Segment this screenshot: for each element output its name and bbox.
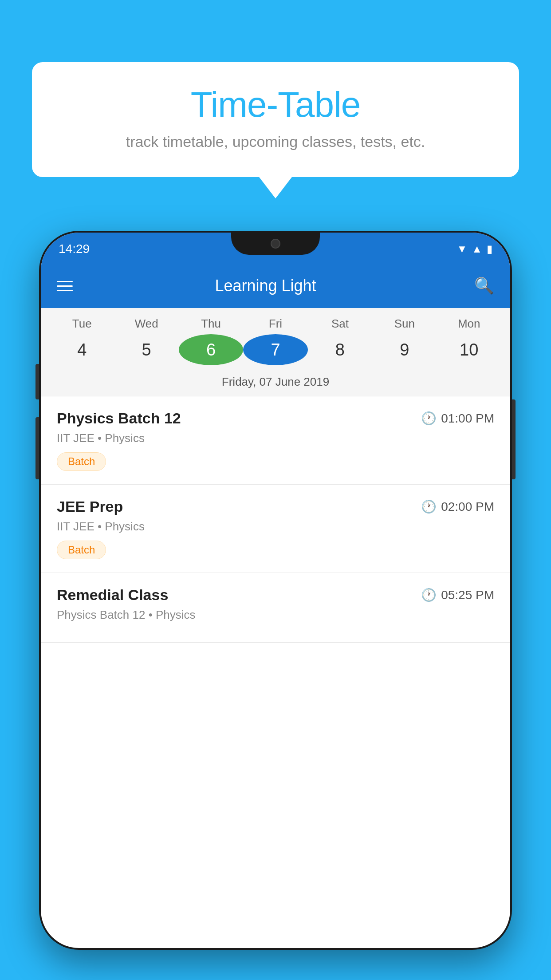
signal-icon: ▲ bbox=[472, 243, 482, 255]
clock-icon-2: 🕐 bbox=[421, 588, 437, 602]
power-button bbox=[512, 399, 516, 479]
day-number-8[interactable]: 8 bbox=[308, 334, 372, 365]
phone-frame: 14:29 ▼ ▲ ▮ Learning Light 🔍 bbox=[39, 231, 512, 950]
battery-icon: ▮ bbox=[487, 243, 492, 255]
app-title: Learning Light bbox=[70, 277, 461, 295]
day-number-wrapper-4[interactable]: 4 bbox=[50, 334, 114, 365]
day-header-tue: Tue bbox=[50, 317, 114, 331]
day-header-sat: Sat bbox=[308, 317, 372, 331]
schedule-time-2: 🕐05:25 PM bbox=[421, 588, 494, 602]
day-header-sun: Sun bbox=[372, 317, 437, 331]
volume-button-1 bbox=[35, 364, 39, 399]
schedule-item-2[interactable]: Remedial Class🕐05:25 PMPhysics Batch 12 … bbox=[41, 573, 510, 643]
schedule-meta-1: IIT JEE • Physics bbox=[57, 520, 494, 533]
schedule-meta-2: Physics Batch 12 • Physics bbox=[57, 608, 494, 622]
schedule-header-2: Remedial Class🕐05:25 PM bbox=[57, 586, 494, 604]
day-number-4[interactable]: 4 bbox=[50, 334, 114, 365]
schedule-time-text-2: 05:25 PM bbox=[441, 588, 494, 602]
day-number-6[interactable]: 6 bbox=[179, 334, 243, 365]
day-header-thu: Thu bbox=[179, 317, 243, 331]
schedule-time-text-0: 01:00 PM bbox=[441, 411, 494, 426]
schedule-header-1: JEE Prep🕐02:00 PM bbox=[57, 498, 494, 515]
day-header-mon: Mon bbox=[437, 317, 501, 331]
day-number-9[interactable]: 9 bbox=[372, 334, 437, 365]
schedule-name-2: Remedial Class bbox=[57, 586, 168, 604]
phone-container: 14:29 ▼ ▲ ▮ Learning Light 🔍 bbox=[39, 231, 512, 980]
speech-bubble: Time-Table track timetable, upcoming cla… bbox=[32, 62, 519, 177]
phone-notch bbox=[231, 233, 320, 255]
day-number-10[interactable]: 10 bbox=[437, 334, 501, 365]
schedule-item-0[interactable]: Physics Batch 12🕐01:00 PMIIT JEE • Physi… bbox=[41, 396, 510, 485]
selected-date: Friday, 07 June 2019 bbox=[41, 371, 510, 396]
schedule-time-1: 🕐02:00 PM bbox=[421, 499, 494, 514]
day-number-wrapper-10[interactable]: 10 bbox=[437, 334, 501, 365]
day-number-wrapper-9[interactable]: 9 bbox=[372, 334, 437, 365]
day-number-wrapper-7[interactable]: 7 bbox=[243, 334, 307, 365]
day-header-wed: Wed bbox=[114, 317, 178, 331]
day-number-7[interactable]: 7 bbox=[243, 334, 307, 365]
app-bar: Learning Light 🔍 bbox=[41, 264, 510, 308]
day-numbers: 45678910 bbox=[41, 334, 510, 371]
speech-bubble-area: Time-Table track timetable, upcoming cla… bbox=[32, 62, 519, 177]
schedule-meta-0: IIT JEE • Physics bbox=[57, 431, 494, 445]
schedule-time-0: 🕐01:00 PM bbox=[421, 411, 494, 426]
day-number-5[interactable]: 5 bbox=[114, 334, 178, 365]
schedule-time-text-1: 02:00 PM bbox=[441, 500, 494, 514]
bubble-title: Time-Table bbox=[59, 84, 492, 125]
status-time: 14:29 bbox=[59, 242, 90, 256]
clock-icon-0: 🕐 bbox=[421, 411, 437, 426]
phone-screen: 14:29 ▼ ▲ ▮ Learning Light 🔍 bbox=[41, 233, 510, 948]
bubble-subtitle: track timetable, upcoming classes, tests… bbox=[59, 133, 492, 150]
search-button[interactable]: 🔍 bbox=[474, 277, 494, 295]
schedule-name-0: Physics Batch 12 bbox=[57, 410, 181, 427]
content-area: Physics Batch 12🕐01:00 PMIIT JEE • Physi… bbox=[41, 396, 510, 643]
schedule-badge-0: Batch bbox=[57, 452, 106, 471]
front-camera bbox=[271, 239, 280, 249]
day-number-wrapper-5[interactable]: 5 bbox=[114, 334, 178, 365]
clock-icon-1: 🕐 bbox=[421, 499, 437, 514]
calendar-strip: TueWedThuFriSatSunMon 45678910 Friday, 0… bbox=[41, 308, 510, 396]
schedule-badge-1: Batch bbox=[57, 541, 106, 559]
schedule-name-1: JEE Prep bbox=[57, 498, 123, 515]
schedule-item-1[interactable]: JEE Prep🕐02:00 PMIIT JEE • PhysicsBatch bbox=[41, 485, 510, 573]
status-icons: ▼ ▲ ▮ bbox=[457, 243, 492, 255]
day-headers: TueWedThuFriSatSunMon bbox=[41, 308, 510, 334]
schedule-header-0: Physics Batch 12🕐01:00 PM bbox=[57, 410, 494, 427]
wifi-icon: ▼ bbox=[457, 243, 467, 255]
day-number-wrapper-8[interactable]: 8 bbox=[308, 334, 372, 365]
day-header-fri: Fri bbox=[243, 317, 307, 331]
day-number-wrapper-6[interactable]: 6 bbox=[179, 334, 243, 365]
volume-button-2 bbox=[35, 417, 39, 479]
